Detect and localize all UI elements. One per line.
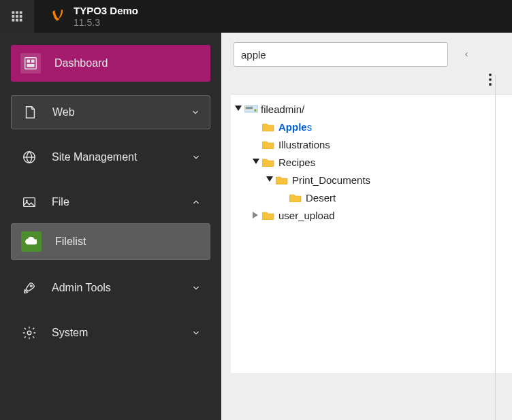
tree-label: Illustrations: [278, 139, 330, 150]
svg-point-20: [27, 331, 31, 335]
sidebar-item-web[interactable]: Web: [11, 95, 210, 129]
sidebar-label-dashboard: Dashboard: [54, 57, 201, 69]
sidebar-item-site-management[interactable]: Site Management: [11, 140, 210, 174]
svg-rect-18: [33, 243, 37, 244]
tree-item-apples[interactable]: Apples: [234, 118, 512, 135]
svg-rect-3: [12, 15, 15, 18]
search-row: [221, 33, 512, 67]
tree-toggle-expanded-icon[interactable]: [251, 159, 261, 165]
sidebar-label-file: File: [52, 196, 191, 208]
sidebar-label-system: System: [52, 327, 191, 339]
dashboard-icon: [20, 53, 41, 74]
cloud-list-icon: [21, 231, 42, 252]
folder-icon: [289, 193, 302, 202]
tree-toggle-expanded-icon[interactable]: [234, 106, 243, 112]
tree-label: user_upload: [278, 210, 335, 221]
toolbar: [221, 67, 512, 94]
kebab-icon: [489, 74, 492, 86]
svg-point-21: [489, 74, 492, 76]
more-options-button[interactable]: [489, 74, 492, 88]
svg-rect-11: [31, 60, 35, 63]
svg-marker-30: [253, 212, 258, 219]
svg-rect-4: [16, 15, 18, 18]
typo3-logo-icon: [49, 7, 67, 25]
sidebar-label-site: Site Management: [52, 151, 191, 163]
tree-item-desert[interactable]: Desert: [234, 189, 512, 206]
tree-root-fileadmin[interactable]: fileadmin/: [234, 100, 512, 118]
chevron-down-icon: [191, 108, 200, 117]
sidebar-label-admin: Admin Tools: [52, 282, 191, 294]
folder-icon: [262, 157, 274, 167]
sidebar-label-filelist: Filelist: [55, 236, 200, 248]
tree-label: Desert: [306, 192, 336, 204]
chevron-up-icon: [191, 197, 201, 207]
svg-rect-6: [12, 19, 15, 22]
content-area: fileadmin/ Apples Illustrations Recipes: [221, 33, 512, 420]
sidebar-item-system[interactable]: System: [11, 316, 210, 350]
globe-icon: [20, 148, 38, 166]
svg-rect-7: [16, 19, 18, 22]
gear-icon: [20, 324, 38, 342]
svg-rect-1: [16, 12, 18, 14]
svg-rect-2: [20, 12, 22, 14]
sidebar: Dashboard Web Site Management File: [0, 33, 221, 420]
chevron-down-icon: [191, 283, 201, 293]
tree-item-recipes[interactable]: Recipes: [234, 153, 512, 171]
svg-rect-10: [27, 60, 31, 63]
tree-label: Apples: [278, 121, 312, 133]
brand: TYPO3 Demo 11.5.3: [34, 5, 138, 29]
svg-rect-9: [25, 58, 37, 69]
image-icon: [20, 193, 38, 211]
svg-point-22: [489, 78, 492, 81]
folder-icon: [276, 175, 288, 184]
topbar: TYPO3 Demo 11.5.3: [0, 0, 512, 33]
grid-icon: [11, 10, 23, 22]
svg-rect-26: [246, 107, 253, 109]
chevron-down-icon: [191, 152, 201, 162]
chevron-left-icon: [463, 49, 470, 60]
sidebar-item-dashboard[interactable]: Dashboard: [11, 45, 210, 82]
drive-icon: [244, 104, 257, 114]
svg-marker-24: [235, 106, 242, 111]
tree-label: Recipes: [278, 157, 315, 168]
tree-item-print-documents[interactable]: Print_Documents: [234, 171, 512, 189]
tree-label: Print_Documents: [292, 174, 370, 186]
chevron-down-icon: [191, 328, 201, 338]
folder-icon: [262, 140, 274, 149]
collapse-button[interactable]: [456, 42, 477, 67]
svg-marker-29: [266, 176, 273, 182]
svg-marker-28: [253, 159, 259, 164]
folder-icon: [262, 122, 274, 131]
apps-grid-button[interactable]: [0, 0, 34, 33]
tree-item-illustrations[interactable]: Illustrations: [234, 135, 512, 153]
sidebar-label-web: Web: [52, 106, 191, 118]
svg-rect-17: [33, 242, 37, 242]
sidebar-item-file[interactable]: File: [11, 185, 210, 219]
svg-rect-12: [27, 64, 35, 67]
divider: [495, 75, 496, 420]
svg-rect-5: [20, 15, 22, 18]
folder-icon: [262, 210, 274, 220]
search-input[interactable]: [234, 42, 448, 67]
file-tree: fileadmin/ Apples Illustrations Recipes: [231, 94, 512, 373]
brand-text: TYPO3 Demo 11.5.3: [74, 5, 138, 29]
tree-item-user-upload[interactable]: user_upload: [234, 206, 512, 224]
svg-point-27: [255, 110, 257, 112]
main: Dashboard Web Site Management File: [0, 33, 512, 420]
svg-point-23: [489, 83, 492, 86]
brand-name: TYPO3 Demo: [74, 5, 138, 17]
svg-rect-16: [33, 240, 37, 240]
page-icon: [21, 103, 39, 121]
sidebar-item-admin-tools[interactable]: Admin Tools: [11, 271, 210, 305]
tree-toggle-collapsed-icon[interactable]: [251, 212, 261, 219]
svg-point-19: [30, 285, 32, 287]
tree-label: fileadmin/: [261, 103, 304, 115]
svg-rect-0: [12, 12, 15, 14]
rocket-icon: [20, 279, 38, 297]
sidebar-item-filelist[interactable]: Filelist: [11, 223, 210, 260]
brand-version: 11.5.3: [74, 17, 138, 29]
tree-toggle-expanded-icon[interactable]: [265, 176, 274, 183]
svg-rect-8: [20, 19, 22, 22]
